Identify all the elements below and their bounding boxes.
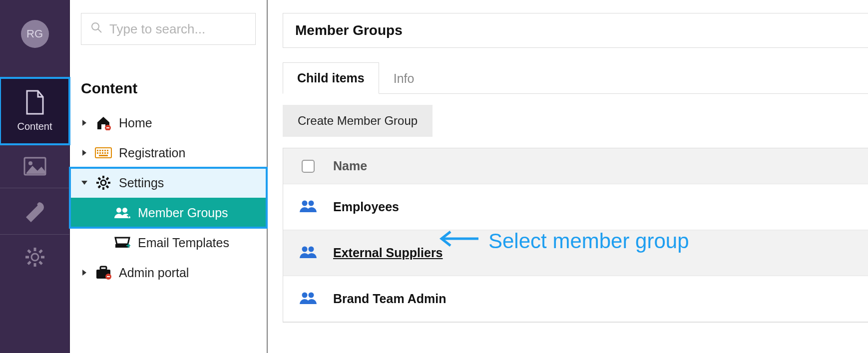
svg-line-8 bbox=[39, 262, 42, 264]
search-input[interactable] bbox=[109, 21, 246, 37]
tree-item-registration[interactable]: Registration bbox=[70, 138, 267, 168]
tree-item-member-groups[interactable]: Member Groups bbox=[70, 198, 267, 228]
home-icon bbox=[95, 115, 112, 130]
svg-rect-17 bbox=[97, 150, 98, 151]
svg-point-2 bbox=[31, 254, 38, 261]
nav-media[interactable] bbox=[0, 145, 69, 188]
svg-rect-25 bbox=[104, 152, 106, 154]
member-groups-table: Name Employees External Suppliers bbox=[283, 148, 868, 323]
members-icon bbox=[114, 207, 131, 219]
svg-rect-42 bbox=[128, 244, 129, 248]
svg-point-48 bbox=[309, 200, 314, 206]
svg-point-37 bbox=[116, 208, 121, 213]
inbox-icon bbox=[114, 236, 131, 249]
briefcase-icon bbox=[95, 266, 112, 280]
svg-point-11 bbox=[92, 23, 99, 30]
row-name[interactable]: Brand Team Admin bbox=[333, 292, 446, 306]
svg-rect-19 bbox=[102, 150, 103, 151]
svg-rect-24 bbox=[102, 152, 103, 154]
toolbar: Create Member Group bbox=[268, 94, 868, 148]
tree-title: Content bbox=[70, 65, 267, 108]
row-icon-cell bbox=[283, 246, 333, 261]
svg-point-49 bbox=[302, 246, 308, 252]
svg-line-12 bbox=[98, 29, 101, 32]
avatar[interactable]: RG bbox=[21, 20, 49, 48]
select-all-cell bbox=[283, 160, 333, 173]
tree-item-settings[interactable]: Settings bbox=[70, 168, 267, 198]
tab-info[interactable]: Info bbox=[379, 63, 429, 94]
create-member-group-button[interactable]: Create Member Group bbox=[283, 105, 433, 137]
nav-admin[interactable] bbox=[0, 235, 69, 280]
table-row[interactable]: External Suppliers bbox=[283, 230, 868, 276]
svg-point-52 bbox=[309, 292, 314, 298]
keyboard-icon bbox=[95, 147, 112, 158]
tab-child-items[interactable]: Child items bbox=[283, 62, 379, 94]
avatar-initials: RG bbox=[26, 27, 43, 40]
table-row[interactable]: Employees bbox=[283, 184, 868, 230]
gear-icon bbox=[24, 247, 45, 268]
nav-settings[interactable] bbox=[0, 188, 69, 234]
svg-line-10 bbox=[39, 250, 42, 253]
tabs: Child items Info bbox=[283, 62, 868, 94]
nav-content-label: Content bbox=[17, 121, 52, 132]
search-icon bbox=[90, 21, 109, 37]
highlighted-tree-group: Settings Member Groups bbox=[70, 168, 267, 228]
tree-panel: Content Home Registration Settings bbox=[70, 0, 268, 353]
svg-line-7 bbox=[28, 250, 30, 253]
svg-rect-13 bbox=[101, 124, 105, 129]
tree-label: Member Groups bbox=[138, 206, 228, 220]
svg-rect-20 bbox=[104, 150, 106, 151]
row-icon-cell bbox=[283, 200, 333, 215]
svg-line-36 bbox=[106, 178, 108, 180]
svg-rect-44 bbox=[100, 267, 106, 270]
svg-point-1 bbox=[28, 161, 32, 165]
nav-rail: RG Content bbox=[0, 0, 70, 353]
nav-content[interactable]: Content bbox=[0, 78, 69, 144]
tree-label: Settings bbox=[119, 176, 164, 190]
svg-point-50 bbox=[309, 246, 314, 252]
name-header[interactable]: Name bbox=[333, 159, 868, 173]
select-all-checkbox[interactable] bbox=[302, 160, 315, 173]
content-tree: Home Registration Settings M bbox=[70, 108, 267, 288]
tree-label: Admin portal bbox=[119, 266, 189, 280]
search-box[interactable] bbox=[81, 13, 256, 45]
caret-right-icon[interactable] bbox=[81, 149, 88, 156]
svg-line-34 bbox=[106, 186, 108, 188]
members-icon bbox=[299, 246, 317, 261]
tree-item-admin-portal[interactable]: Admin portal bbox=[70, 258, 267, 288]
svg-rect-40 bbox=[128, 214, 129, 218]
svg-rect-27 bbox=[99, 155, 108, 156]
svg-line-35 bbox=[98, 186, 100, 188]
svg-rect-21 bbox=[107, 150, 108, 151]
svg-rect-18 bbox=[99, 150, 101, 151]
svg-point-51 bbox=[302, 292, 308, 298]
svg-point-28 bbox=[101, 180, 106, 185]
svg-rect-23 bbox=[99, 152, 101, 154]
tree-label: Registration bbox=[119, 146, 185, 160]
row-name[interactable]: Employees bbox=[333, 200, 399, 214]
main-panel: Member Groups Child items Info Create Me… bbox=[268, 0, 868, 353]
svg-rect-26 bbox=[107, 152, 108, 154]
wrench-icon bbox=[24, 200, 46, 222]
svg-point-38 bbox=[122, 208, 127, 213]
row-name[interactable]: External Suppliers bbox=[333, 246, 443, 260]
members-icon bbox=[299, 200, 317, 215]
row-icon-cell bbox=[283, 292, 333, 307]
table-row[interactable]: Brand Team Admin bbox=[283, 276, 868, 322]
page-title: Member Groups bbox=[283, 13, 868, 48]
svg-line-9 bbox=[28, 262, 30, 264]
caret-right-icon[interactable] bbox=[81, 269, 88, 276]
caret-down-icon[interactable] bbox=[81, 180, 88, 185]
svg-rect-15 bbox=[106, 127, 109, 128]
image-icon bbox=[23, 157, 46, 176]
tree-item-email-templates[interactable]: Email Templates bbox=[70, 228, 267, 258]
caret-right-icon[interactable] bbox=[81, 119, 88, 126]
search-wrap bbox=[70, 0, 267, 65]
table-header: Name bbox=[283, 148, 868, 184]
tree-label: Email Templates bbox=[138, 236, 229, 250]
svg-point-47 bbox=[302, 200, 308, 206]
row-name-cell: Brand Team Admin bbox=[333, 292, 868, 306]
tree-item-home[interactable]: Home bbox=[70, 108, 267, 138]
svg-line-33 bbox=[98, 178, 100, 180]
members-icon bbox=[299, 292, 317, 307]
